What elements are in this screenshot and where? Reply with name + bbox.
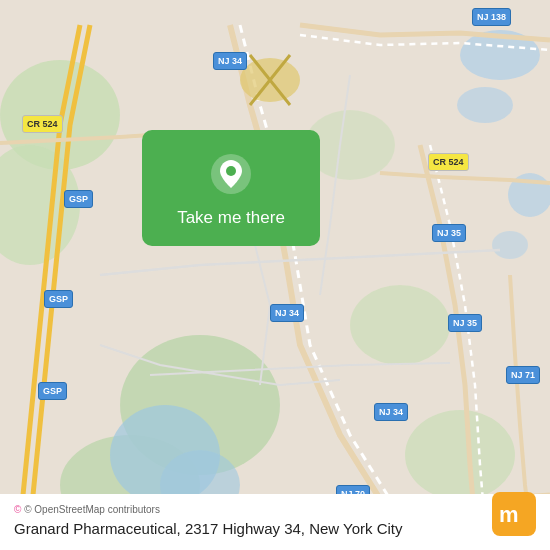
svg-point-16 [226,166,236,176]
road-badge-gsp-1: GSP [64,190,93,208]
road-badge-nj34-top: NJ 34 [213,52,247,70]
svg-point-4 [492,231,528,259]
road-badge-nj71: NJ 71 [506,366,540,384]
svg-point-10 [405,410,515,500]
road-badge-gsp-3: GSP [38,382,67,400]
moovit-logo: m [492,492,536,536]
svg-point-2 [457,87,513,123]
location-title: Granard Pharmaceutical, 2317 Highway 34,… [14,519,536,539]
road-badge-nj34-mid: NJ 34 [270,304,304,322]
moovit-icon: m [492,492,536,536]
svg-text:m: m [499,502,519,527]
road-badge-nj138: NJ 138 [472,8,511,26]
road-badge-cr524-right: CR 524 [428,153,469,171]
road-badge-gsp-2: GSP [44,290,73,308]
road-badge-nj35-mid: NJ 35 [448,314,482,332]
attribution-text: © © OpenStreetMap contributors [14,504,536,515]
road-badge-nj35-top: NJ 35 [432,224,466,242]
svg-point-9 [350,285,450,365]
location-pin-icon [209,152,253,196]
map-background [0,0,550,550]
take-me-there-card[interactable]: Take me there [142,130,320,246]
road-badge-nj34-bot: NJ 34 [374,403,408,421]
map-container: NJ 138 NJ 34 CR 524 CR 524 GSP NJ 35 GSP… [0,0,550,550]
road-badge-cr524-left: CR 524 [22,115,63,133]
info-bar: © © OpenStreetMap contributors Granard P… [0,494,550,551]
take-me-there-label: Take me there [177,208,285,228]
